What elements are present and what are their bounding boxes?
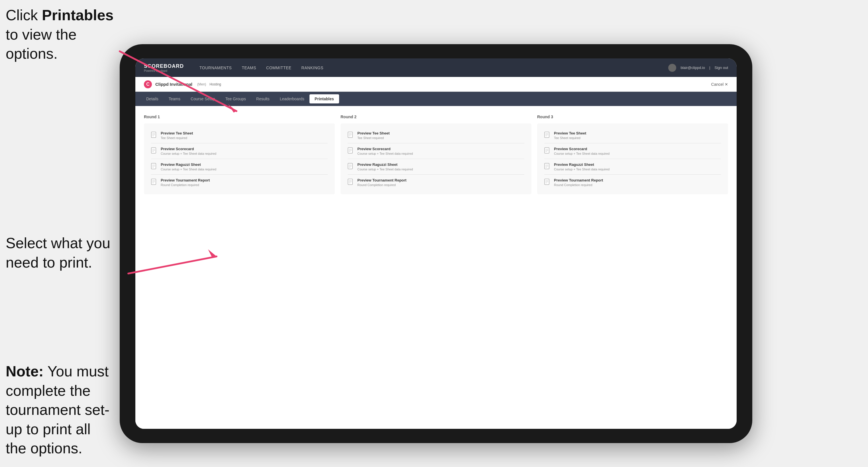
round-1-column: Round 1 Preview Tee Sheet Tee S (144, 115, 335, 194)
tab-teams[interactable]: Teams (163, 94, 186, 103)
r1-report-text: Preview Tournament Report Round Completi… (161, 178, 210, 187)
nav-tournaments[interactable]: TOURNAMENTS (195, 63, 236, 72)
top-nav-right: blair@clippd.io | Sign out (668, 64, 728, 72)
r3-tee-sub: Tee Sheet required (554, 136, 586, 139)
tab-course-setup[interactable]: Course Setup (186, 94, 220, 103)
user-email: blair@clippd.io (681, 65, 705, 70)
r1-tee-sheet-text: Preview Tee Sheet Tee Sheet required (161, 131, 193, 139)
r2-scorecard-title: Preview Scorecard (358, 147, 413, 151)
tablet-screen: SCOREBOARD Powered by clippd TOURNAMENTS… (135, 58, 737, 429)
annotation-middle: Select what you need to print. (6, 234, 114, 272)
r1-tee-sheet-title: Preview Tee Sheet (161, 131, 193, 135)
r1-raguzzi-text: Preview Raguzzi Sheet Course setup + Tee… (161, 162, 216, 171)
r3-raguzzi-sub: Course setup + Tee Sheet data required (554, 167, 610, 171)
hosting-badge: Hosting (210, 82, 221, 86)
tab-printables[interactable]: Printables (309, 94, 339, 103)
round-3-card: Preview Tee Sheet Tee Sheet required (537, 123, 728, 194)
tab-leaderboards[interactable]: Leaderboards (275, 94, 309, 103)
raguzzi-icon (151, 163, 157, 170)
r1-tee-sheet[interactable]: Preview Tee Sheet Tee Sheet required (148, 128, 331, 143)
r2-scorecard-icon (348, 147, 354, 155)
r1-raguzzi-title: Preview Raguzzi Sheet (161, 162, 216, 167)
r3-raguzzi-title: Preview Raguzzi Sheet (554, 162, 610, 167)
r1-scorecard[interactable]: Preview Scorecard Course setup + Tee She… (148, 143, 331, 159)
tee-sheet-icon (151, 132, 157, 139)
rounds-grid: Round 1 Preview Tee Sheet Tee S (144, 115, 728, 194)
content-area: Round 1 Preview Tee Sheet Tee S (135, 106, 737, 429)
r3-report-title: Preview Tournament Report (554, 178, 603, 182)
round-3-title: Round 3 (537, 115, 728, 119)
annotation-note-label: Note: (6, 363, 43, 379)
tournament-info: C Clippd Invitational (Men) Hosting (144, 80, 221, 88)
round-3-column: Round 3 Preview Tee Sheet Tee S (537, 115, 728, 194)
annotation-bottom: Note: You must complete the tournament s… (6, 362, 114, 458)
r2-raguzzi[interactable]: Preview Raguzzi Sheet Course setup + Tee… (345, 159, 527, 175)
round-1-card: Preview Tee Sheet Tee Sheet required (144, 123, 335, 194)
cancel-button[interactable]: Cancel ✕ (711, 82, 728, 87)
r2-tournament-report[interactable]: Preview Tournament Report Round Completi… (345, 175, 527, 190)
r1-scorecard-title: Preview Scorecard (161, 147, 216, 151)
r2-raguzzi-icon (348, 163, 354, 170)
sign-out-link[interactable]: Sign out (714, 65, 728, 70)
r3-raguzzi-icon (544, 163, 551, 170)
r3-scorecard[interactable]: Preview Scorecard Course setup + Tee She… (541, 143, 724, 159)
r1-raguzzi-sub: Course setup + Tee Sheet data required (161, 167, 216, 171)
r1-tournament-report[interactable]: Preview Tournament Report Round Completi… (148, 175, 331, 190)
r2-tee-sheet[interactable]: Preview Tee Sheet Tee Sheet required (345, 128, 527, 143)
r2-scorecard[interactable]: Preview Scorecard Course setup + Tee She… (345, 143, 527, 159)
r3-raguzzi[interactable]: Preview Raguzzi Sheet Course setup + Tee… (541, 159, 724, 175)
tab-details[interactable]: Details (141, 94, 163, 103)
round-1-title: Round 1 (144, 115, 335, 119)
r3-tee-icon (544, 132, 551, 139)
scoreboard-logo: SCOREBOARD Powered by clippd (144, 63, 184, 72)
nav-teams[interactable]: TEAMS (237, 63, 260, 72)
r1-scorecard-text: Preview Scorecard Course setup + Tee She… (161, 147, 216, 155)
tablet-frame: SCOREBOARD Powered by clippd TOURNAMENTS… (120, 44, 752, 443)
r3-report-sub: Round Completion required (554, 183, 603, 187)
avatar (668, 64, 676, 72)
r1-report-sub: Round Completion required (161, 183, 210, 187)
clippd-logo: C (144, 80, 152, 88)
r3-tournament-report[interactable]: Preview Tournament Report Round Completi… (541, 175, 724, 190)
r3-scorecard-icon (544, 147, 551, 155)
r2-tee-title: Preview Tee Sheet (358, 131, 390, 135)
r2-raguzzi-sub: Course setup + Tee Sheet data required (358, 167, 413, 171)
logo-sub: Powered by clippd (144, 69, 184, 72)
r1-raguzzi[interactable]: Preview Raguzzi Sheet Course setup + Tee… (148, 159, 331, 175)
r3-tee-title: Preview Tee Sheet (554, 131, 586, 135)
tab-results[interactable]: Results (251, 94, 275, 103)
separator: | (709, 65, 710, 70)
r1-scorecard-sub: Course setup + Tee Sheet data required (161, 152, 216, 155)
report-icon (151, 179, 157, 186)
tab-bar: Details Teams Course Setup Tee Groups Re… (135, 92, 737, 106)
r1-report-title: Preview Tournament Report (161, 178, 210, 182)
tab-tee-groups[interactable]: Tee Groups (220, 94, 251, 103)
tournament-name: Clippd Invitational (155, 82, 192, 87)
annotation-top: Click Printables to view the options. (6, 6, 114, 64)
round-2-title: Round 2 (341, 115, 531, 119)
top-nav-links: TOURNAMENTS TEAMS COMMITTEE RANKINGS (195, 63, 668, 72)
r3-tee-sheet[interactable]: Preview Tee Sheet Tee Sheet required (541, 128, 724, 143)
r3-scorecard-title: Preview Scorecard (554, 147, 610, 151)
annotation-bold-printables: Printables (42, 7, 114, 23)
nav-committee[interactable]: COMMITTEE (262, 63, 296, 72)
r2-tee-sub: Tee Sheet required (358, 136, 390, 139)
round-2-card: Preview Tee Sheet Tee Sheet required (341, 123, 531, 194)
tournament-tag: (Men) (197, 82, 206, 86)
nav-rankings[interactable]: RANKINGS (297, 63, 328, 72)
r2-tee-icon (348, 132, 354, 139)
scorecard-icon (151, 147, 157, 155)
r2-report-icon (348, 179, 354, 186)
tournament-bar: C Clippd Invitational (Men) Hosting Canc… (135, 77, 737, 92)
r2-report-title: Preview Tournament Report (358, 178, 406, 182)
r3-scorecard-sub: Course setup + Tee Sheet data required (554, 152, 610, 155)
logo-text: SCOREBOARD (144, 63, 184, 69)
round-2-column: Round 2 Preview Tee Sheet Tee S (341, 115, 531, 194)
r2-report-sub: Round Completion required (358, 183, 406, 187)
r2-scorecard-sub: Course setup + Tee Sheet data required (358, 152, 413, 155)
r2-raguzzi-title: Preview Raguzzi Sheet (358, 162, 413, 167)
r1-tee-sheet-sub: Tee Sheet required (161, 136, 193, 139)
r3-report-icon (544, 179, 551, 186)
top-nav: SCOREBOARD Powered by clippd TOURNAMENTS… (135, 58, 737, 77)
